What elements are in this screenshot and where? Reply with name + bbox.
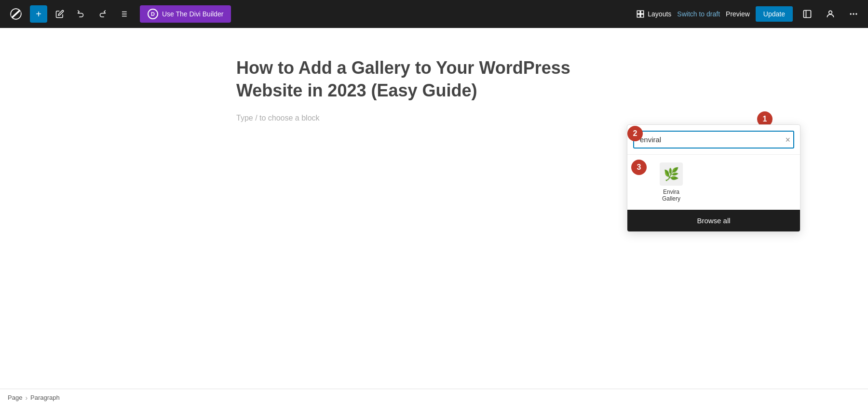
block-picker-popup: 2 × 3 🌿 Envira Gallery Browse all	[627, 124, 800, 232]
svg-point-12	[829, 11, 832, 14]
layouts-icon	[636, 10, 645, 18]
breadcrumb-separator: ›	[25, 394, 27, 402]
layouts-button[interactable]: Layouts	[636, 10, 671, 18]
status-bar: Page › Paragraph	[0, 389, 868, 406]
editor-area: How to Add a Gallery to Your WordPress W…	[217, 28, 651, 151]
top-toolbar: + D Use The Divi Builder Layouts Switch …	[0, 0, 868, 28]
svg-rect-6	[637, 11, 640, 14]
divi-logo-circle: D	[148, 9, 158, 19]
more-options-icon	[849, 9, 858, 19]
edit-button[interactable]	[51, 5, 68, 23]
svg-point-13	[850, 13, 852, 14]
svg-point-14	[853, 13, 854, 14]
divi-builder-button[interactable]: D Use The Divi Builder	[140, 5, 231, 23]
envira-gallery-icon: 🌿	[660, 162, 683, 186]
toolbar-right-area: Layouts Switch to draft Preview Update	[636, 5, 862, 23]
update-button[interactable]: Update	[756, 6, 793, 22]
breadcrumb-paragraph[interactable]: Paragraph	[30, 394, 60, 401]
svg-point-15	[855, 13, 857, 14]
main-content-area: How to Add a Gallery to Your WordPress W…	[0, 28, 868, 389]
preview-button[interactable]: Preview	[726, 10, 750, 18]
leaf-icon: 🌿	[664, 167, 679, 182]
user-avatar-button[interactable]	[822, 5, 839, 23]
envira-gallery-label: Envira Gallery	[654, 189, 688, 202]
more-options-button[interactable]	[845, 5, 862, 23]
browse-all-button[interactable]: Browse all	[627, 210, 800, 231]
svg-rect-8	[637, 14, 640, 17]
block-results-area: 3 🌿 Envira Gallery	[627, 155, 800, 210]
block-search-input[interactable]	[633, 131, 794, 149]
step-3-badge: 3	[631, 160, 647, 175]
post-title[interactable]: How to Add a Gallery to Your WordPress W…	[236, 57, 632, 102]
svg-rect-7	[641, 11, 644, 14]
list-view-button[interactable]	[115, 5, 132, 23]
search-clear-button[interactable]: ×	[785, 135, 790, 144]
user-avatar-icon	[826, 9, 835, 19]
switch-to-draft-button[interactable]: Switch to draft	[677, 10, 720, 18]
wordpress-icon	[9, 7, 23, 21]
envira-gallery-block-item[interactable]: 🌿 Envira Gallery	[654, 162, 688, 202]
wp-logo[interactable]	[6, 4, 26, 24]
breadcrumb-page[interactable]: Page	[8, 394, 22, 401]
undo-button[interactable]	[72, 5, 90, 23]
block-placeholder[interactable]: Type / to choose a block	[236, 114, 632, 122]
step-2-badge: 2	[627, 126, 643, 141]
redo-button[interactable]	[94, 5, 111, 23]
add-block-toolbar-button[interactable]: +	[30, 5, 47, 23]
sidebar-toggle-button[interactable]	[799, 5, 816, 23]
search-wrapper: 2 ×	[633, 131, 794, 149]
block-picker-search-area: 2 ×	[627, 125, 800, 155]
svg-rect-10	[804, 11, 811, 18]
sidebar-icon	[802, 9, 812, 19]
svg-rect-9	[641, 14, 644, 17]
